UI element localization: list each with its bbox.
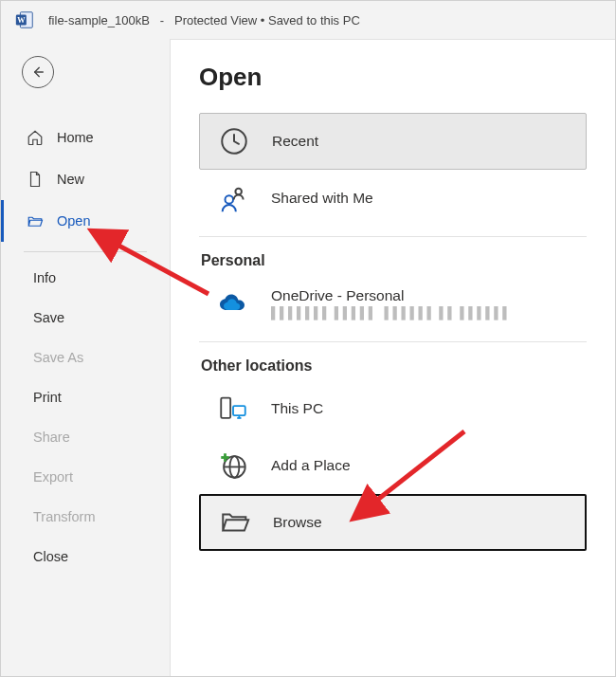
word-app-icon: W bbox=[14, 9, 35, 30]
window-title-separator: - bbox=[154, 13, 172, 27]
sidebar-item-label: Close bbox=[33, 549, 68, 564]
window-status: Protected View • Saved to this PC bbox=[174, 13, 360, 27]
section-divider bbox=[199, 341, 587, 342]
sidebar-item-transform: Transform bbox=[1, 497, 170, 537]
sidebar-item-home[interactable]: Home bbox=[1, 117, 170, 158]
sidebar-item-close[interactable]: Close bbox=[1, 537, 170, 576]
sidebar-divider bbox=[24, 251, 147, 258]
sidebar-item-label: Home bbox=[57, 130, 94, 145]
arrow-left-icon bbox=[30, 64, 45, 80]
sidebar-item-label: Save As bbox=[33, 350, 83, 365]
section-other-label: Other locations bbox=[201, 357, 587, 375]
thispc-icon bbox=[214, 390, 252, 428]
sidebar-item-open[interactable]: Open bbox=[1, 200, 170, 242]
sidebar-item-label: Print bbox=[33, 390, 62, 405]
location-onedrive[interactable]: OneDrive - Personal ▌▌▌▌▌▌▌ ▌▌▌▌▌ ▌▌▌▌▌▌… bbox=[199, 275, 587, 332]
section-personal-label: Personal bbox=[201, 252, 587, 269]
svg-rect-8 bbox=[233, 406, 245, 415]
globe-plus-icon bbox=[214, 447, 252, 485]
location-recent[interactable]: Recent bbox=[199, 113, 587, 170]
backstage-sidebar: Home New Open Info Save Save As Print Sh… bbox=[1, 39, 170, 676]
svg-point-6 bbox=[235, 189, 242, 195]
sidebar-item-new[interactable]: New bbox=[1, 158, 170, 200]
location-browse[interactable]: Browse bbox=[199, 494, 587, 551]
window-filename: file-sample_100kB bbox=[48, 13, 150, 27]
sidebar-item-label: Transform bbox=[33, 509, 96, 524]
people-icon bbox=[214, 179, 252, 217]
open-panel: Open Recent Shared with Me Personal bbox=[170, 39, 615, 676]
home-icon bbox=[27, 129, 44, 146]
cloud-icon bbox=[214, 284, 252, 322]
location-addplace[interactable]: Add a Place bbox=[199, 437, 587, 494]
section-divider bbox=[199, 236, 587, 237]
sidebar-item-share: Share bbox=[1, 417, 170, 457]
page-title: Open bbox=[199, 63, 587, 92]
clock-icon bbox=[215, 122, 253, 160]
location-label: This PC bbox=[271, 400, 323, 417]
titlebar: W file-sample_100kB - Protected View • S… bbox=[1, 1, 615, 39]
onedrive-email-obscured: ▌▌▌▌▌▌▌ ▌▌▌▌▌ ▌▌▌▌▌▌ ▌▌ ▌▌▌▌▌▌ bbox=[271, 306, 511, 320]
location-label: Shared with Me bbox=[271, 190, 373, 207]
location-label: Recent bbox=[272, 133, 318, 150]
sidebar-item-label: Save bbox=[33, 310, 64, 325]
sidebar-item-label: Open bbox=[57, 213, 90, 229]
sidebar-item-saveas: Save As bbox=[1, 338, 170, 377]
location-thispc[interactable]: This PC bbox=[199, 380, 587, 437]
location-shared[interactable]: Shared with Me bbox=[199, 170, 587, 227]
svg-point-5 bbox=[226, 195, 234, 204]
location-label: Browse bbox=[273, 514, 322, 531]
sidebar-item-label: Info bbox=[33, 270, 56, 285]
svg-text:W: W bbox=[17, 16, 26, 25]
sidebar-item-info[interactable]: Info bbox=[1, 258, 170, 298]
window-title: file-sample_100kB - Protected View • Sav… bbox=[48, 13, 360, 27]
back-button[interactable] bbox=[22, 56, 54, 88]
sidebar-item-save[interactable]: Save bbox=[1, 298, 170, 338]
sidebar-item-label: Share bbox=[33, 430, 70, 445]
svg-rect-7 bbox=[221, 398, 230, 418]
sidebar-item-label: New bbox=[57, 172, 84, 187]
folder-open-icon bbox=[216, 503, 254, 541]
location-text: OneDrive - Personal ▌▌▌▌▌▌▌ ▌▌▌▌▌ ▌▌▌▌▌▌… bbox=[271, 287, 511, 320]
folder-open-icon bbox=[27, 212, 44, 229]
sidebar-item-print[interactable]: Print bbox=[1, 377, 170, 417]
location-label: OneDrive - Personal bbox=[271, 287, 511, 304]
document-icon bbox=[27, 171, 44, 188]
sidebar-item-label: Export bbox=[33, 469, 73, 485]
location-label: Add a Place bbox=[271, 457, 351, 474]
sidebar-item-export: Export bbox=[1, 457, 170, 497]
